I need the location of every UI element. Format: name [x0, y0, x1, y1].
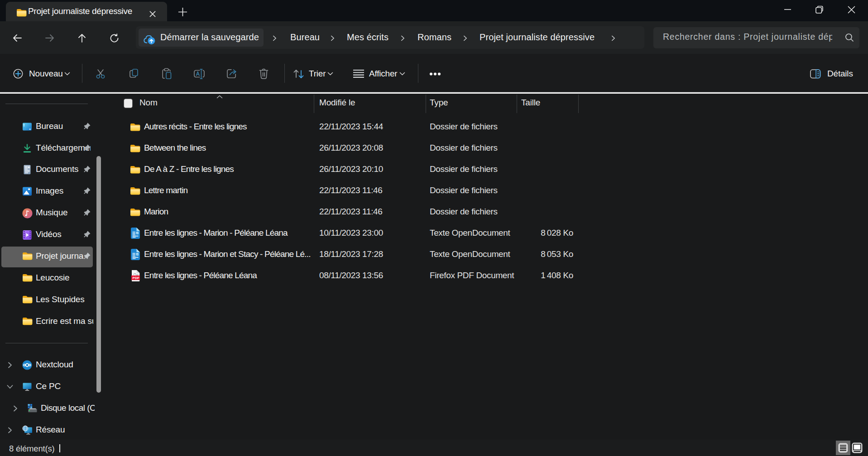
svg-text:PDF: PDF [133, 276, 140, 280]
